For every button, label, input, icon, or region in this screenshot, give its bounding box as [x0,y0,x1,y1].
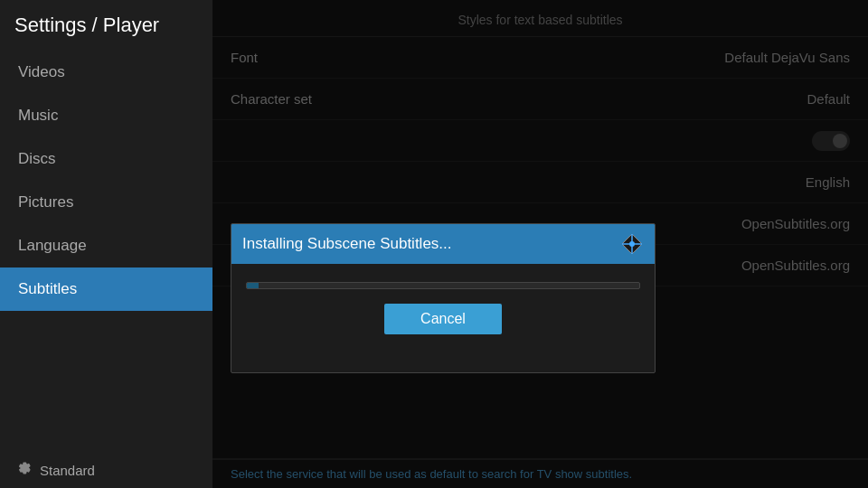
cancel-button[interactable]: Cancel [384,304,502,334]
sidebar-item-music[interactable]: Music [0,94,212,137]
modal-progress-wrap [246,282,640,289]
kodi-logo-icon [620,232,644,256]
page-title: Settings / Player [0,0,212,51]
modal-titlebar: Installing Subscene Subtitles... [231,224,655,264]
modal-progress-bar [246,282,640,289]
install-modal: Installing Subscene Subtitles... Cancel [231,223,656,373]
sidebar-item-language[interactable]: Language [0,224,212,267]
sidebar-item-subtitles[interactable]: Subtitles [0,267,212,311]
sidebar-item-pictures[interactable]: Pictures [0,181,212,224]
profile-label: Standard [40,463,95,478]
modal-body: Cancel [231,264,655,372]
svg-point-3 [629,241,635,247]
modal-title: Installing Subscene Subtitles... [242,235,452,253]
sidebar: Settings / Player Videos Music Discs Pic… [0,0,212,488]
sidebar-item-videos[interactable]: Videos [0,51,212,94]
modal-cancel-row: Cancel [246,304,640,334]
modal-overlay: Installing Subscene Subtitles... Cancel [212,0,868,488]
modal-progress-fill [247,283,259,288]
sidebar-item-discs[interactable]: Discs [0,137,212,181]
gear-icon [14,461,33,479]
sidebar-bottom: Standard [0,452,212,488]
